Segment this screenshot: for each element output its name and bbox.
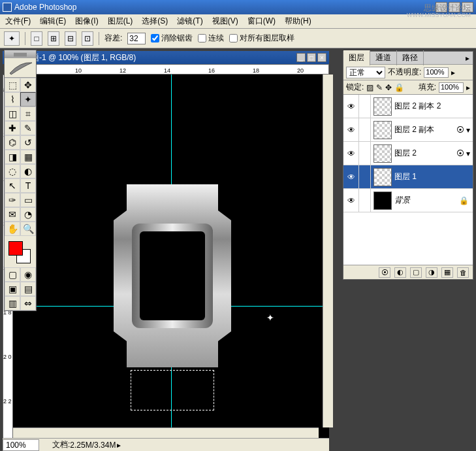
docsize-menu-icon[interactable]: ▸ xyxy=(117,441,121,450)
current-tool-icon[interactable]: ✦ xyxy=(4,31,20,46)
selmode-add[interactable]: ⊞ xyxy=(48,31,59,46)
tab-layers[interactable]: 图层 xyxy=(343,50,370,65)
contiguous-checkbox[interactable] xyxy=(198,34,206,42)
layer-row[interactable]: 👁图层 2 副本⦿ ▾ xyxy=(343,118,473,142)
horizontal-scrollbar[interactable] xyxy=(13,427,319,438)
lock-trans-icon[interactable]: ▨ xyxy=(366,83,373,92)
menu-image[interactable]: 图像(I) xyxy=(71,14,102,28)
link-column[interactable] xyxy=(359,165,371,188)
link-column[interactable] xyxy=(359,118,371,141)
tool-history[interactable]: ↺ xyxy=(20,135,36,150)
tool-wand[interactable]: ✦ xyxy=(20,92,36,107)
foreground-color[interactable] xyxy=(8,241,23,256)
fill-arrow-icon[interactable]: ▸ xyxy=(466,83,470,92)
tool-type[interactable]: T xyxy=(20,178,36,193)
folder-button[interactable]: ▢ xyxy=(410,267,422,278)
visibility-toggle[interactable]: 👁 xyxy=(343,165,359,188)
lock-all-icon[interactable]: 🔒 xyxy=(394,83,404,92)
layer-thumbnail[interactable] xyxy=(373,192,392,210)
panel-menu-icon[interactable]: ▸ xyxy=(462,53,473,63)
visibility-toggle[interactable]: 👁 xyxy=(343,142,359,165)
tool-slice[interactable]: ⌗ xyxy=(20,107,36,121)
document-titlebar[interactable]: 未标题-1 @ 100% (图层 1, RGB/8) _ □ × xyxy=(3,51,329,64)
screenmode-full-icon[interactable]: ▤ xyxy=(20,282,36,296)
canvas[interactable]: ✦ xyxy=(13,75,329,438)
zoom-input[interactable]: 100% xyxy=(3,439,39,451)
tool-path[interactable]: ↖ xyxy=(5,178,20,193)
fx-icon[interactable]: ⦿ ▾ xyxy=(456,125,470,135)
layer-thumbnail[interactable] xyxy=(373,97,392,116)
menu-filter[interactable]: 滤镜(T) xyxy=(173,14,206,28)
toolbox[interactable]: ⬚✥⌇✦◫⌗✚✎⌬↺◨▦◌◐↖T✑▭✉◔✋🔍 ▢ ◉ ▣ ▤ ▥ ⇔ xyxy=(4,50,37,311)
menu-file[interactable]: 文件(F) xyxy=(1,14,35,28)
screenmode-menubar-icon[interactable]: ▥ xyxy=(5,296,20,310)
standard-mode-icon[interactable]: ▢ xyxy=(5,267,20,282)
antialias-checkbox[interactable] xyxy=(151,34,159,42)
blend-mode-select[interactable]: 正常 xyxy=(346,67,385,78)
quickmask-mode-icon[interactable]: ◉ xyxy=(20,267,36,282)
horizontal-ruler[interactable]: 8 10 12 14 16 18 20 xyxy=(13,64,329,75)
layer-row[interactable]: 👁背景🔒 xyxy=(343,189,473,212)
tool-brush[interactable]: ✎ xyxy=(20,121,36,135)
selmode-sub[interactable]: ⊟ xyxy=(65,31,76,46)
doc-close[interactable]: × xyxy=(317,53,326,62)
tab-channels[interactable]: 通道 xyxy=(370,50,397,65)
selmode-new[interactable]: □ xyxy=(31,31,42,46)
tool-dodge[interactable]: ◐ xyxy=(20,164,36,178)
layer-row[interactable]: 👁图层 1 xyxy=(343,165,473,189)
link-column[interactable] xyxy=(359,189,371,212)
visibility-toggle[interactable]: 👁 xyxy=(343,95,359,118)
tolerance-input[interactable] xyxy=(127,33,146,44)
tool-notes[interactable]: ✉ xyxy=(5,207,20,222)
layer-name[interactable]: 图层 2 副本 xyxy=(394,124,456,135)
layer-row[interactable]: 👁图层 2⦿ ▾ xyxy=(343,142,473,165)
fx-button[interactable]: ⦿ xyxy=(379,267,390,278)
menu-help[interactable]: 帮助(H) xyxy=(281,14,315,28)
toolbox-grip[interactable] xyxy=(5,50,36,58)
alllayers-checkbox[interactable] xyxy=(229,34,238,42)
fx-icon[interactable]: ⦿ ▾ xyxy=(456,149,470,158)
layer-name[interactable]: 图层 1 xyxy=(394,171,473,182)
menu-select[interactable]: 选择(S) xyxy=(138,14,172,28)
tool-move[interactable]: ✥ xyxy=(20,78,36,92)
tool-zoom[interactable]: 🔍 xyxy=(20,222,36,236)
menu-view[interactable]: 视图(V) xyxy=(208,14,242,28)
tool-blur[interactable]: ◌ xyxy=(5,164,20,178)
layer-name[interactable]: 图层 2 副本 2 xyxy=(394,101,473,112)
trash-button[interactable]: 🗑 xyxy=(457,267,469,278)
layer-row[interactable]: 👁图层 2 副本 2 xyxy=(343,95,473,118)
tool-hand[interactable]: ✋ xyxy=(5,222,20,236)
new-layer-button[interactable]: ▦ xyxy=(441,267,453,278)
tool-eraser[interactable]: ◨ xyxy=(5,150,20,164)
tool-pen[interactable]: ✑ xyxy=(5,193,20,207)
selmode-int[interactable]: ⊡ xyxy=(82,31,93,46)
layer-thumbnail[interactable] xyxy=(373,144,392,163)
mask-button[interactable]: ◐ xyxy=(394,267,406,278)
adjust-button[interactable]: ◑ xyxy=(426,267,437,278)
doc-minimize[interactable]: _ xyxy=(296,53,306,62)
layer-thumbnail[interactable] xyxy=(373,121,392,139)
layer-name[interactable]: 背景 xyxy=(394,195,459,206)
jump-to-icon[interactable]: ⇔ xyxy=(20,296,36,310)
lock-move-icon[interactable]: ✥ xyxy=(385,83,392,92)
visibility-toggle[interactable]: 👁 xyxy=(343,189,359,212)
fill-input[interactable]: 100% xyxy=(439,82,464,93)
menu-edit[interactable]: 编辑(E) xyxy=(36,14,70,28)
tool-marquee[interactable]: ⬚ xyxy=(5,78,20,92)
layer-name[interactable]: 图层 2 xyxy=(394,148,456,159)
tool-lasso[interactable]: ⌇ xyxy=(5,92,20,107)
layer-thumbnail[interactable] xyxy=(373,168,392,186)
link-column[interactable] xyxy=(359,142,371,165)
tool-heal[interactable]: ✚ xyxy=(5,121,20,135)
tool-crop[interactable]: ◫ xyxy=(5,107,20,121)
screenmode-std-icon[interactable]: ▣ xyxy=(5,282,20,296)
lock-paint-icon[interactable]: ✎ xyxy=(376,83,383,92)
tool-gradient[interactable]: ▦ xyxy=(20,150,36,164)
vertical-scrollbar[interactable] xyxy=(323,75,333,427)
tab-paths[interactable]: 路径 xyxy=(397,50,424,65)
menu-layer[interactable]: 图层(L) xyxy=(104,14,137,28)
tool-shape[interactable]: ▭ xyxy=(20,193,36,207)
menu-window[interactable]: 窗口(W) xyxy=(244,14,279,28)
link-column[interactable] xyxy=(359,95,371,118)
opacity-input[interactable]: 100% xyxy=(424,67,449,78)
